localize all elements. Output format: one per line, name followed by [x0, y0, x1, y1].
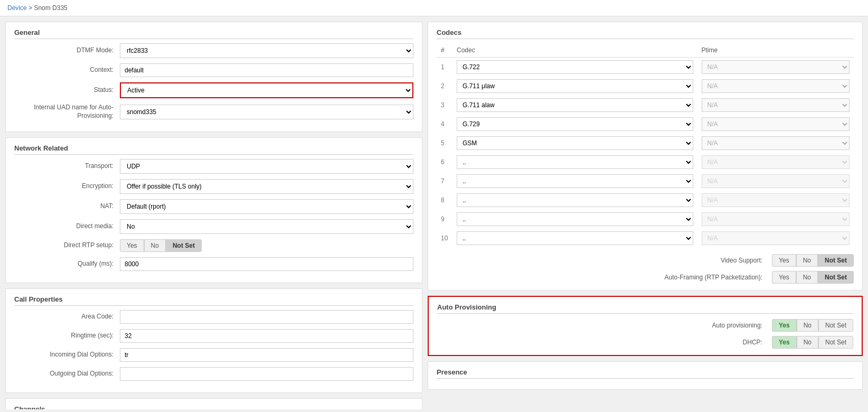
dtmf-select[interactable]: rfc2833 info inband — [120, 43, 413, 58]
auto-framing-no[interactable]: No — [796, 271, 818, 284]
dhcp-yes[interactable]: Yes — [772, 336, 797, 349]
context-input[interactable] — [120, 63, 413, 77]
table-row: 10 .. N/A — [437, 229, 854, 248]
col-ptime: Ptime — [697, 43, 854, 58]
breadcrumb-separator: > — [29, 4, 32, 12]
qualify-label: Qualify (ms): — [14, 260, 120, 268]
nat-select[interactable]: Default (rport)YesNo — [120, 199, 413, 214]
row-num: 6 — [437, 153, 452, 172]
auto-prov-group: Yes No Not Set — [772, 319, 853, 332]
breadcrumb-current: Snom D335 — [34, 4, 67, 12]
ptime-select-4[interactable]: N/A — [702, 117, 850, 131]
auto-prov-yes[interactable]: Yes — [772, 319, 797, 332]
ptime-select-3[interactable]: N/A — [702, 98, 850, 112]
general-title: General — [14, 29, 413, 39]
transport-row: Transport: UDPTCPTLS — [14, 159, 413, 174]
direct-rtp-label: Direct RTP setup: — [14, 241, 120, 250]
ptime-select-8[interactable]: N/A — [702, 193, 850, 207]
dtmf-label: DTMF Mode: — [14, 46, 120, 55]
qualify-input[interactable] — [120, 257, 413, 271]
status-row: Status: Active Inactive — [14, 82, 413, 98]
status-select[interactable]: Active Inactive — [120, 82, 413, 98]
uad-select[interactable]: snomd335 — [120, 105, 413, 119]
encryption-row: Encryption: Offer if possible (TLS only)… — [14, 179, 413, 194]
codec-select-4[interactable]: G.729 — [457, 117, 693, 131]
auto-prov-title: Auto Provisioning — [437, 303, 853, 314]
area-code-input[interactable] — [120, 310, 413, 324]
dhcp-no[interactable]: No — [797, 336, 818, 349]
video-support-yes[interactable]: Yes — [772, 254, 796, 267]
auto-prov-notset[interactable]: Not Set — [818, 319, 853, 332]
auto-framing-row: Auto-Framing (RTP Packetization): Yes No… — [437, 271, 854, 284]
ptime-select-7[interactable]: N/A — [702, 174, 850, 188]
direct-rtp-group: Yes No Not Set — [120, 239, 413, 252]
table-row: 5 GSM N/A — [437, 134, 854, 153]
codecs-table: # Codec Ptime 1 G.722 N/A 2 G.711 μlaw N… — [437, 43, 854, 248]
row-num: 10 — [437, 229, 452, 248]
transport-select[interactable]: UDPTCPTLS — [120, 159, 413, 174]
dtmf-value: rfc2833 info inband — [120, 43, 413, 58]
direct-rtp-yes[interactable]: Yes — [120, 239, 144, 252]
codec-select-2[interactable]: G.711 μlaw — [457, 79, 693, 93]
ringtime-input[interactable] — [120, 329, 413, 343]
video-support-notset[interactable]: Not Set — [818, 254, 854, 267]
outgoing-dial-input[interactable] — [120, 367, 413, 381]
channels-title: Channels — [14, 405, 413, 409]
auto-framing-yes[interactable]: Yes — [772, 271, 796, 284]
video-support-no[interactable]: No — [796, 254, 818, 267]
encryption-label: Encryption: — [14, 182, 120, 191]
auto-prov-label: Auto provisioning: — [712, 322, 762, 329]
outgoing-dial-row: Outgoing Dial Options: — [14, 367, 413, 381]
codec-select-10[interactable]: .. — [457, 231, 693, 245]
breadcrumb: Device > Snom D335 — [0, 0, 868, 16]
codec-select-6[interactable]: .. — [457, 155, 693, 169]
ptime-select-10[interactable]: N/A — [702, 231, 850, 245]
auto-prov-no[interactable]: No — [797, 319, 818, 332]
area-code-row: Area Code: — [14, 310, 413, 324]
direct-rtp-no[interactable]: No — [144, 239, 166, 252]
ptime-select-5[interactable]: N/A — [702, 136, 850, 150]
codec-select-8[interactable]: .. — [457, 193, 693, 207]
direct-media-select[interactable]: NoYes — [120, 219, 413, 234]
auto-framing-notset[interactable]: Not Set — [818, 271, 854, 284]
breadcrumb-parent[interactable]: Device — [7, 4, 27, 12]
col-codec: Codec — [452, 43, 697, 58]
call-properties-title: Call Properties — [14, 295, 413, 306]
codec-select-9[interactable]: .. — [457, 212, 693, 226]
left-panel: General DTMF Mode: rfc2833 info inband C… — [5, 22, 428, 404]
table-row: 4 G.729 N/A — [437, 115, 854, 134]
encryption-select[interactable]: Offer if possible (TLS only)RequiredNo — [120, 179, 413, 194]
video-support-row: Video Support: Yes No Not Set — [437, 254, 854, 267]
direct-rtp-notset[interactable]: Not Set — [166, 239, 202, 252]
table-row: 9 .. N/A — [437, 210, 854, 229]
incoming-dial-label: Incoming Dial Options: — [14, 351, 120, 359]
direct-media-row: Direct media: NoYes — [14, 219, 413, 234]
ptime-select-6[interactable]: N/A — [702, 155, 850, 169]
ptime-select-9[interactable]: N/A — [702, 212, 850, 226]
general-section: General DTMF Mode: rfc2833 info inband C… — [5, 22, 422, 132]
table-row: 6 .. N/A — [437, 153, 854, 172]
qualify-row: Qualify (ms): — [14, 257, 413, 271]
network-section: Network Related Transport: UDPTCPTLS Enc… — [5, 137, 422, 283]
nat-label: NAT: — [14, 202, 120, 211]
codec-select-7[interactable]: .. — [457, 174, 693, 188]
table-row: 3 G.711 alaw N/A — [437, 96, 854, 115]
row-num: 1 — [437, 58, 452, 77]
ptime-select-1[interactable]: N/A — [702, 60, 850, 74]
ringtime-label: Ringtime (sec): — [14, 332, 120, 340]
auto-provisioning-section: Auto Provisioning Auto provisioning: Yes… — [428, 296, 863, 356]
incoming-dial-input[interactable] — [120, 348, 413, 362]
table-row: 7 .. N/A — [437, 172, 854, 191]
row-num: 5 — [437, 134, 452, 153]
dtmf-row: DTMF Mode: rfc2833 info inband — [14, 43, 413, 58]
codec-select-3[interactable]: G.711 alaw — [457, 98, 693, 112]
codec-select-5[interactable]: GSM — [457, 136, 693, 150]
dhcp-notset[interactable]: Not Set — [818, 336, 853, 349]
ptime-select-2[interactable]: N/A — [702, 79, 850, 93]
row-num: 3 — [437, 96, 452, 115]
table-row: 1 G.722 N/A — [437, 58, 854, 77]
incoming-dial-row: Incoming Dial Options: — [14, 348, 413, 362]
right-panel: Codecs # Codec Ptime 1 G.722 N/A — [428, 22, 863, 404]
presence-section: Presence — [428, 361, 863, 390]
codec-select-1[interactable]: G.722 — [457, 60, 693, 74]
